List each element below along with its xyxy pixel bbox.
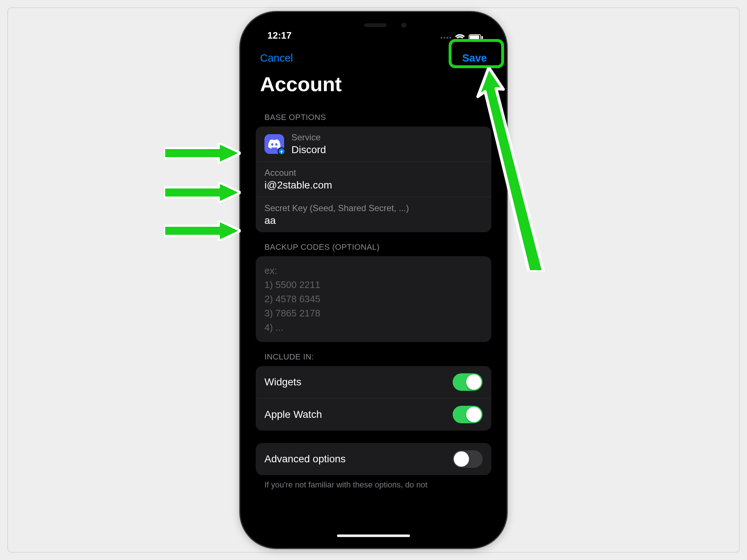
section-header-backup: BACKUP CODES (OPTIONAL) <box>256 232 491 256</box>
status-icons <box>441 34 483 41</box>
screen: 12:17 Cancel Save Account BASE OPTIONS <box>247 19 500 541</box>
secret-row[interactable]: Secret Key (Seed, Shared Secret, ...) aa <box>256 197 491 232</box>
svg-marker-3 <box>164 143 241 163</box>
widgets-label: Widgets <box>264 376 301 388</box>
annotation-arrow-service <box>164 143 241 165</box>
content-scroll[interactable]: BASE OPTIONS + Service Discord Account <box>247 102 500 541</box>
applewatch-row: Apple Watch <box>256 398 491 431</box>
applewatch-toggle[interactable] <box>453 406 483 423</box>
account-row[interactable]: Account i@2stable.com <box>256 162 491 197</box>
phone-frame: 12:17 Cancel Save Account BASE OPTIONS <box>240 12 507 548</box>
wifi-icon <box>455 34 465 41</box>
service-row[interactable]: + Service Discord <box>256 127 491 162</box>
section-header-base: BASE OPTIONS <box>256 102 491 127</box>
base-options-card: + Service Discord Account i@2stable.com <box>256 127 491 232</box>
advanced-label: Advanced options <box>264 453 346 465</box>
page-title: Account <box>247 67 500 102</box>
advanced-row: Advanced options <box>256 443 491 475</box>
advanced-hint: If you're not familiar with these option… <box>256 475 491 490</box>
svg-marker-5 <box>164 221 241 241</box>
widgets-row: Widgets <box>256 366 491 398</box>
add-badge-icon: + <box>278 147 286 155</box>
discord-icon: + <box>264 134 284 154</box>
applewatch-label: Apple Watch <box>264 409 322 420</box>
service-value: Discord <box>291 144 483 156</box>
svg-rect-2 <box>481 36 483 39</box>
secret-value-field[interactable]: aa <box>264 215 483 226</box>
include-card: Widgets Apple Watch <box>256 366 491 431</box>
cellular-icon <box>441 37 451 39</box>
svg-rect-1 <box>470 35 479 40</box>
annotation-arrow-account <box>164 182 241 204</box>
advanced-toggle[interactable] <box>453 450 483 468</box>
widgets-toggle[interactable] <box>453 373 483 391</box>
svg-marker-4 <box>164 182 241 203</box>
annotation-arrow-secret <box>164 221 241 242</box>
service-label: Service <box>291 132 483 143</box>
section-header-include: INCLUDE IN: <box>256 342 491 366</box>
nav-bar: Cancel Save <box>247 43 500 67</box>
advanced-card: Advanced options <box>256 443 491 475</box>
cancel-button[interactable]: Cancel <box>260 52 293 64</box>
account-label: Account <box>264 168 483 178</box>
account-value-field[interactable]: i@2stable.com <box>264 179 483 191</box>
status-time: 12:17 <box>267 30 292 41</box>
backup-codes-textarea[interactable]: ex: 1) 5500 2211 2) 4578 6345 3) 7865 21… <box>256 256 491 342</box>
notch <box>326 19 421 34</box>
save-button[interactable]: Save <box>462 52 487 64</box>
secret-label: Secret Key (Seed, Shared Secret, ...) <box>264 203 483 213</box>
home-indicator <box>337 534 410 537</box>
battery-icon <box>469 34 483 41</box>
